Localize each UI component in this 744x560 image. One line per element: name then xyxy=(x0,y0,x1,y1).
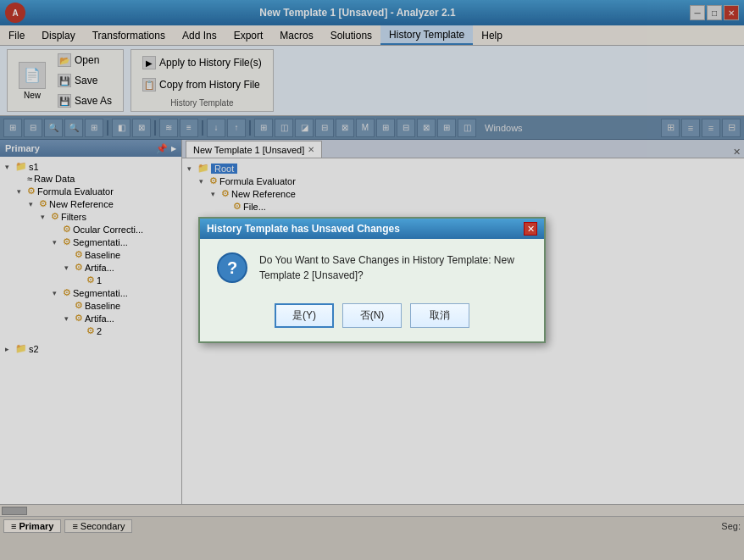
dialog-title: History Template has Unsaved Changes xyxy=(207,223,400,235)
dialog-yes-button[interactable]: 是(Y) xyxy=(275,303,334,328)
dialog-cancel-button[interactable]: 取消 xyxy=(410,303,469,328)
dialog-overlay: History Template has Unsaved Changes ✕ ?… xyxy=(0,0,744,560)
dialog-titlebar: History Template has Unsaved Changes ✕ xyxy=(200,219,544,239)
dialog: History Template has Unsaved Changes ✕ ?… xyxy=(198,217,546,343)
dialog-buttons: 是(Y) 否(N) 取消 xyxy=(200,297,544,341)
dialog-message: Do You Want to Save Changes in History T… xyxy=(259,252,527,283)
dialog-close-button[interactable]: ✕ xyxy=(524,222,537,236)
dialog-body: ? Do You Want to Save Changes in History… xyxy=(200,239,544,297)
dialog-question-icon: ? xyxy=(217,252,247,283)
dialog-no-button[interactable]: 否(N) xyxy=(342,303,402,328)
